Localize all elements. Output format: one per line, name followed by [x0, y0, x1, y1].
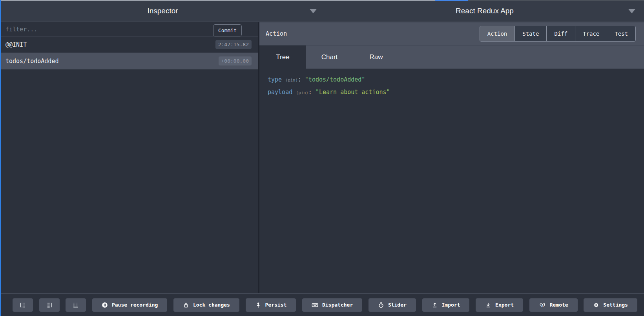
tree-colon: : — [308, 89, 316, 96]
toolbar-button-label: Remote — [550, 302, 568, 308]
pin-label[interactable]: (pin) — [296, 90, 308, 95]
tab-trace[interactable]: Trace — [575, 26, 607, 41]
tree-colon: : — [298, 76, 305, 83]
tree-key[interactable]: payload — [268, 89, 292, 96]
dock-left-button[interactable] — [13, 298, 33, 312]
tab-diff[interactable]: Diff — [546, 26, 575, 41]
pin-label[interactable]: (pin) — [285, 78, 298, 82]
toolbar-button-label: Pause recording — [112, 302, 158, 308]
toolbar-button-label: Import — [442, 302, 460, 308]
chevron-down-icon[interactable] — [310, 9, 317, 13]
toolbar-button-label: Dispatcher — [322, 302, 353, 308]
pause-icon — [102, 302, 108, 308]
settings-button[interactable]: Settings — [584, 298, 637, 312]
remote-button[interactable]: A Remote — [529, 298, 578, 312]
tree-row-type: type (pin): "todos/todoAdded" — [268, 74, 644, 86]
chevron-down-icon[interactable] — [628, 9, 635, 13]
dispatcher-button[interactable]: Dispatcher — [302, 298, 362, 312]
export-icon — [485, 302, 491, 308]
action-name: todos/todoAdded — [5, 58, 58, 65]
toolbar-button-label: Export — [495, 302, 514, 308]
action-list-panel: Commit @@INIT 2:47:15.82 todos/todoAdded… — [0, 22, 258, 293]
subtab-raw[interactable]: Raw — [353, 45, 400, 69]
header-bar: Inspector React Redux App — [0, 0, 644, 22]
state-tree: type (pin): "todos/todoAdded" payload (p… — [259, 69, 644, 99]
tree-value: "todos/todoAdded" — [305, 76, 365, 83]
keyboard-icon — [312, 302, 318, 308]
view-subtab-bar: Tree Chart Raw — [259, 45, 644, 69]
import-button[interactable]: Import — [422, 298, 470, 312]
subtab-tree[interactable]: Tree — [259, 45, 306, 69]
action-timestamp-badge: 2:47:15.82 — [215, 40, 252, 49]
lock-changes-button[interactable]: Lock changes — [173, 298, 239, 312]
gear-icon — [593, 302, 599, 308]
subtab-chart[interactable]: Chart — [306, 45, 353, 69]
toolbar-button-label: Persist — [265, 302, 287, 308]
svg-text:A: A — [541, 303, 544, 308]
detail-header: Action Action State Diff Trace Test — [259, 22, 644, 45]
dock-bottom-button[interactable] — [66, 298, 86, 312]
detail-tab-group: Action State Diff Trace Test — [480, 26, 636, 42]
top-scroll-track-right — [468, 0, 644, 1]
toolbar-button-label: Settings — [603, 302, 628, 308]
stopwatch-icon — [378, 302, 384, 308]
tab-action[interactable]: Action — [480, 26, 515, 41]
action-list-item[interactable]: @@INIT 2:47:15.82 — [0, 36, 258, 53]
slider-button[interactable]: Slider — [369, 298, 416, 312]
toolbar-button-label: Lock changes — [193, 302, 230, 308]
top-scroll-thumb[interactable] — [435, 0, 468, 1]
tree-key[interactable]: type — [268, 76, 282, 83]
action-detail-panel: Action Action State Diff Trace Test Tree… — [259, 22, 644, 293]
filter-row: Commit — [0, 22, 258, 36]
pause-recording-button[interactable]: Pause recording — [92, 298, 167, 312]
pin-icon — [255, 302, 261, 308]
instance-selector[interactable]: React Redux App — [325, 0, 644, 22]
toolbar-button-label: Slider — [388, 302, 407, 308]
dock-right-icon — [46, 302, 53, 308]
instance-title: React Redux App — [456, 7, 514, 15]
panel-edge-highlight — [0, 0, 1, 316]
bottom-toolbar: Pause recording Lock changes Persist Dis… — [0, 293, 644, 316]
remote-icon: A — [539, 302, 546, 308]
action-timestamp-badge: +00:00.00 — [219, 56, 252, 65]
import-icon — [432, 302, 438, 308]
persist-button[interactable]: Persist — [246, 298, 296, 312]
monitor-selector[interactable]: Inspector — [0, 0, 325, 22]
dock-left-icon — [20, 302, 26, 308]
monitor-title: Inspector — [147, 7, 178, 15]
top-scroll-track — [0, 0, 435, 1]
commit-button[interactable]: Commit — [213, 24, 242, 36]
dock-bottom-icon — [73, 302, 79, 308]
tab-state[interactable]: State — [514, 26, 546, 41]
detail-title: Action — [266, 30, 287, 37]
tree-row-payload: payload (pin): "Learn about actions" — [268, 86, 644, 99]
lock-icon — [183, 302, 189, 308]
dock-right-button[interactable] — [39, 298, 60, 312]
tab-test[interactable]: Test — [607, 26, 635, 41]
export-button[interactable]: Export — [476, 298, 523, 312]
tree-value: "Learn about actions" — [316, 89, 390, 96]
action-list-item-selected[interactable]: todos/todoAdded +00:00.00 — [0, 53, 258, 69]
action-name: @@INIT — [5, 41, 27, 48]
redux-devtools: Inspector React Redux App Commit @@INIT … — [0, 0, 644, 316]
